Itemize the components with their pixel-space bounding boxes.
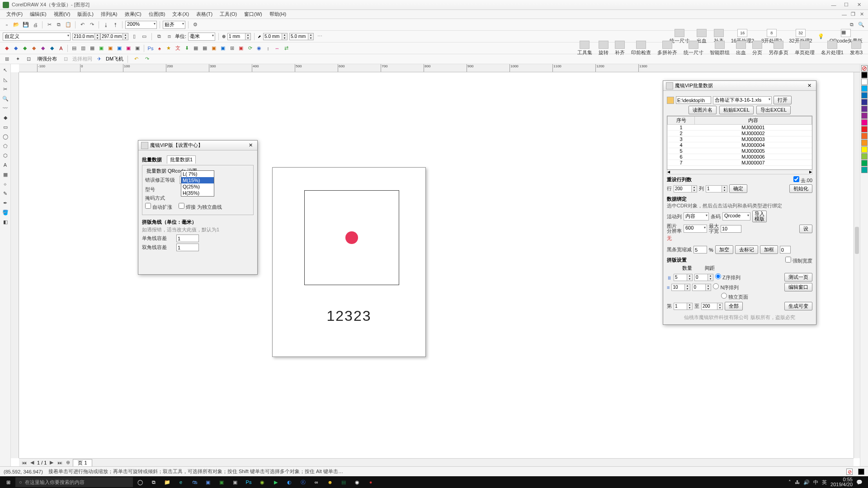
batch-panel-header[interactable]: 魔镜VIP批量数据 ✕ [663, 81, 816, 91]
launch-icon[interactable]: ⧉ [848, 21, 856, 29]
menu-view[interactable]: 视图(V) [50, 11, 74, 18]
p-icon-18[interactable]: ★ [165, 44, 173, 52]
crop-tool-icon[interactable]: ✂ [1, 85, 9, 93]
options-icon[interactable]: ⚙ [191, 21, 199, 29]
rectangle-tool-icon[interactable]: ▭ [1, 123, 9, 131]
p-icon-3[interactable]: ◆ [21, 44, 29, 52]
p-icon-26[interactable]: ▣ [237, 44, 245, 52]
redo2-icon[interactable]: ↷ [143, 55, 151, 63]
init-button[interactable]: 初始化 [789, 184, 812, 193]
tb-app8-icon[interactable]: Ⓚ [297, 477, 309, 487]
color-swatch[interactable] [861, 113, 868, 119]
p-icon-6[interactable]: ◆ [48, 44, 56, 52]
tray-net-icon[interactable]: 🖧 [795, 479, 800, 485]
gap-h-input[interactable] [694, 274, 708, 281]
paste-excel-button[interactable]: 粘贴EXCEL [719, 106, 754, 114]
mdi-close[interactable]: ✕ [856, 11, 865, 17]
nth-input[interactable] [674, 303, 687, 310]
batch-close-button[interactable]: ✕ [806, 83, 813, 89]
close-button[interactable]: ✕ [853, 2, 865, 8]
page-next[interactable]: ▶ [48, 460, 55, 465]
big2-fill[interactable]: 补齐 [612, 41, 627, 56]
tb-app9-icon[interactable]: ∞ [310, 477, 323, 487]
big2-namecard[interactable]: 名片处理1 [818, 41, 846, 56]
menu-effects[interactable]: 效果(C) [121, 11, 145, 18]
smartfill-tool-icon[interactable]: ◆ [1, 113, 9, 122]
polygon-tool-icon[interactable]: ⬠ [1, 142, 9, 150]
import-icon[interactable]: ⭳ [102, 21, 110, 29]
to-input[interactable] [701, 303, 717, 310]
data-table[interactable]: 序号 内容 1MJ0000012MJ0000023MJ0000034MJ0000… [667, 116, 812, 170]
zoom-combo[interactable]: 200% [125, 21, 157, 29]
addframe-button[interactable]: 加框 [760, 245, 778, 254]
r5-icon-2[interactable]: ✦ [14, 55, 22, 63]
addframe-input[interactable] [780, 246, 791, 253]
menu-table[interactable]: 表格(T) [193, 11, 216, 18]
table-row[interactable]: 7MJ000007 [668, 160, 812, 166]
blend-tool-icon[interactable]: ⟐ [1, 180, 9, 188]
big2-preflight[interactable]: 印前检查 [628, 41, 654, 56]
p-icon-28[interactable]: ◉ [255, 44, 263, 52]
tb-rec-icon[interactable]: ● [364, 477, 377, 487]
p-icon-20[interactable]: ⬇ [183, 44, 191, 52]
save-icon[interactable]: 💾 [22, 21, 30, 29]
tb-app1-icon[interactable]: ▣ [202, 477, 214, 487]
p-icon-7[interactable]: A [57, 44, 65, 52]
tb-app6-icon[interactable]: ▶ [269, 477, 282, 487]
settings-close-button[interactable]: ✕ [247, 142, 255, 148]
unit-combo[interactable]: 毫米 [188, 33, 215, 41]
page-last[interactable]: ⏭ [57, 460, 63, 465]
p-icon-2[interactable]: ◆ [12, 44, 20, 52]
p-icon-21[interactable]: ▦ [192, 44, 200, 52]
path-input[interactable] [676, 96, 711, 104]
p-icon-13[interactable]: ▣ [115, 44, 123, 52]
zoom-tool-icon[interactable]: 🔍 [1, 94, 9, 103]
tb-app10-icon[interactable]: ☻ [324, 477, 336, 487]
confirm-rows-button[interactable]: 确定 [729, 184, 747, 193]
preset-combo[interactable]: 自定义 [3, 33, 71, 41]
addspace-button[interactable]: 加空 [715, 245, 733, 254]
menu-tools[interactable]: 工具(O) [216, 11, 241, 18]
p-icon-15[interactable]: ▣ [133, 44, 142, 52]
big2-unify[interactable]: 统一尺寸 [681, 41, 706, 56]
mdi-minimize[interactable]: — [838, 12, 847, 17]
color-swatch[interactable] [861, 92, 868, 99]
p-icon-12[interactable]: ▣ [106, 44, 114, 52]
dm-plane[interactable]: DM飞机 [106, 56, 123, 62]
p-icon-29[interactable]: ↕ [264, 44, 272, 52]
qty-v-input[interactable] [671, 284, 685, 291]
rows-spin[interactable]: ▴▾ [674, 185, 697, 192]
gap-v-input[interactable] [692, 284, 706, 291]
auto-expand-check[interactable]: 自动扩涨 [145, 203, 172, 211]
start-button[interactable]: ⊞ [2, 477, 14, 487]
p-icon-23[interactable]: ▣ [210, 44, 218, 52]
drop-zero-check[interactable]: 去.00 [793, 176, 812, 184]
color-swatch[interactable] [861, 146, 868, 153]
color-swatch[interactable] [861, 106, 868, 112]
weld-curve-check[interactable]: 焊接 为独立曲线 [179, 203, 222, 211]
copy-icon[interactable]: ⧉ [55, 21, 63, 29]
settings-dialog-header[interactable]: 魔镜VIP版【设置中心】 ✕ [138, 141, 257, 150]
taskbar-clock[interactable]: 0:55 2019/4/20 [830, 477, 853, 487]
r5-icon-1[interactable]: ⊞ [3, 55, 11, 63]
pages-icon[interactable]: ⧉ [155, 33, 163, 41]
error-opt-m[interactable]: M(15%) [181, 177, 214, 183]
p-icon-27[interactable]: ⟳ [246, 44, 254, 52]
interactive-fill-icon[interactable]: ◧ [1, 218, 9, 226]
tb-excel-icon[interactable]: ▤ [337, 477, 350, 487]
p-icon-9[interactable]: ▥ [79, 44, 87, 52]
single-tol-input[interactable] [176, 235, 199, 242]
col-seq[interactable]: 序号 [668, 117, 695, 125]
ellipse-tool-icon[interactable]: ◯ [1, 132, 9, 141]
p-icon-1[interactable]: ◆ [3, 44, 11, 52]
plane-icon[interactable]: ✈ [95, 55, 103, 63]
tb-app5-icon[interactable]: ◉ [256, 477, 269, 487]
barcode-combo[interactable]: Qrcode [722, 212, 750, 221]
color-swatch[interactable] [861, 133, 868, 139]
fill-tool-icon[interactable]: 🪣 [1, 208, 9, 216]
dupy-spin[interactable]: ▴▾ [289, 33, 314, 40]
mdi-restore[interactable]: ❐ [847, 11, 856, 17]
table-row[interactable]: 1MJ000001 [668, 125, 812, 131]
tray-vol-icon[interactable]: 🔊 [803, 479, 810, 485]
table-row[interactable]: 2MJ000002 [668, 131, 812, 136]
